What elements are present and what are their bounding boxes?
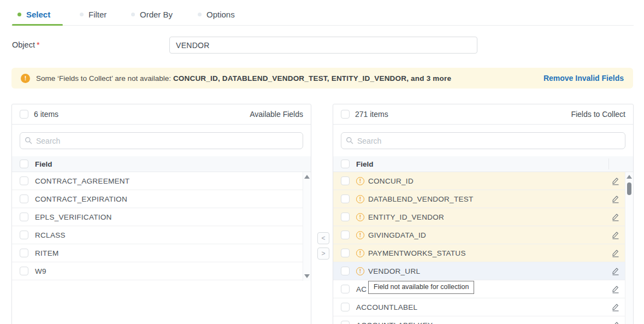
row-checkbox[interactable] xyxy=(341,176,350,185)
tab-options[interactable]: Options xyxy=(198,10,235,19)
field-column-header: Field xyxy=(35,160,52,168)
banner-message-prefix: Some ‘Fields to Collect’ are not availab… xyxy=(36,74,173,83)
available-scrollbar[interactable] xyxy=(303,172,311,281)
field-name: CONTRACT_AGREEMENT xyxy=(35,177,129,185)
field-name: EPLS_VERIFICATION xyxy=(35,213,112,221)
field-warning-icon xyxy=(356,249,364,257)
header-checkbox[interactable] xyxy=(20,160,28,168)
field-unavailable-tooltip: Field not available for collection xyxy=(368,281,474,294)
field-name: CONTRACT_EXPIRATION xyxy=(35,195,127,203)
available-rows: CONTRACT_AGREEMENT CONTRACT_EXPIRATION E… xyxy=(12,172,303,280)
field-row[interactable]: RITEM xyxy=(12,244,303,262)
available-search-area xyxy=(12,125,311,156)
field-row[interactable]: CONTRACT_AGREEMENT xyxy=(12,172,303,190)
scroll-down-icon[interactable] xyxy=(304,274,310,278)
select-all-checkbox[interactable] xyxy=(341,110,350,119)
collect-table-header: Field xyxy=(333,156,633,172)
scrollbar-thumb[interactable] xyxy=(627,182,631,195)
tab-dot-icon xyxy=(131,13,135,16)
row-checkbox[interactable] xyxy=(341,213,350,221)
row-checkbox[interactable] xyxy=(20,195,28,203)
row-checkbox[interactable] xyxy=(341,231,350,239)
row-checkbox[interactable] xyxy=(20,213,28,221)
edit-field-icon[interactable] xyxy=(611,249,620,257)
field-row[interactable]: ACCOUNTLABEL xyxy=(333,298,625,316)
banner-invalid-fields: CONCUR_ID, DATABLEND_VENDOR_TEST, ENTITY… xyxy=(173,74,451,83)
tab-filter[interactable]: Filter xyxy=(80,10,107,19)
tab-active-dot-icon xyxy=(17,13,21,16)
row-checkbox[interactable] xyxy=(20,249,28,257)
row-checkbox[interactable] xyxy=(341,267,350,275)
row-checkbox[interactable] xyxy=(20,176,28,185)
header-checkbox[interactable] xyxy=(341,160,350,168)
field-name: VENDOR_URL xyxy=(368,267,420,275)
tab-label: Filter xyxy=(88,10,107,19)
row-checkbox[interactable] xyxy=(341,321,350,324)
object-input[interactable] xyxy=(169,37,477,54)
field-row[interactable]: ACCOUNTLABELKEY xyxy=(333,316,625,324)
tab-dot-icon xyxy=(80,13,84,16)
field-warning-icon xyxy=(356,213,364,221)
scroll-up-icon[interactable] xyxy=(304,175,310,179)
row-checkbox[interactable] xyxy=(341,285,350,293)
move-to-collect-button[interactable]: > xyxy=(317,248,329,260)
scroll-up-icon[interactable] xyxy=(627,175,632,179)
field-name: RITEM xyxy=(35,249,59,257)
field-warning-icon xyxy=(356,177,364,185)
edit-field-icon[interactable] xyxy=(611,267,620,275)
search-input[interactable] xyxy=(341,132,625,149)
field-row[interactable]: DATABLEND_VENDOR_TEST xyxy=(333,190,625,208)
field-row[interactable]: GIVINGDATA_ID xyxy=(333,226,625,244)
panel-title: Fields to Collect xyxy=(571,110,625,119)
row-checkbox[interactable] xyxy=(20,267,28,275)
field-name: AC xyxy=(356,285,367,293)
edit-field-icon[interactable] xyxy=(611,176,620,185)
edit-field-icon[interactable] xyxy=(611,231,620,239)
tab-dot-icon xyxy=(198,13,202,16)
item-count: 271 items xyxy=(355,110,388,119)
field-name: PAYMENTWORKS_STATUS xyxy=(368,249,466,257)
collect-panel-header: 271 items Fields to Collect xyxy=(333,104,633,125)
invalid-fields-banner: Some ‘Fields to Collect’ are not availab… xyxy=(11,68,633,89)
field-name: GIVINGDATA_ID xyxy=(368,231,426,239)
collect-search-area xyxy=(333,125,633,156)
step-tabbar: Select Filter Order By Options xyxy=(0,0,644,26)
row-checkbox[interactable] xyxy=(341,303,350,311)
remove-invalid-fields-button[interactable]: Remove Invalid Fields xyxy=(543,74,624,83)
row-checkbox[interactable] xyxy=(20,231,28,239)
select-all-checkbox[interactable] xyxy=(20,110,28,119)
collect-scrollbar[interactable] xyxy=(625,172,633,324)
field-row[interactable]: ENTITY_ID_VENDOR xyxy=(333,208,625,226)
required-asterisk: * xyxy=(37,40,40,49)
field-row[interactable]: CONCUR_ID xyxy=(333,172,625,190)
field-name: ACCOUNTLABEL xyxy=(356,303,417,311)
edit-field-icon[interactable] xyxy=(611,285,620,293)
field-row[interactable]: W9 xyxy=(12,262,303,280)
edit-field-icon[interactable] xyxy=(611,303,620,311)
banner-message: Some ‘Fields to Collect’ are not availab… xyxy=(36,74,451,83)
row-checkbox[interactable] xyxy=(341,249,350,257)
field-row[interactable]: EPLS_VERIFICATION xyxy=(12,208,303,226)
row-checkbox[interactable] xyxy=(341,195,350,203)
field-row[interactable]: VENDOR_URL xyxy=(333,262,625,280)
search-icon xyxy=(346,137,353,144)
edit-field-icon[interactable] xyxy=(611,321,620,324)
field-name: DATABLEND_VENDOR_TEST xyxy=(368,195,474,203)
field-row[interactable]: RCLASS xyxy=(12,226,303,244)
field-name: RCLASS xyxy=(35,231,66,239)
item-count: 6 items xyxy=(34,110,58,119)
field-name: ENTITY_ID_VENDOR xyxy=(368,213,444,221)
field-name: W9 xyxy=(35,267,46,275)
tab-order-by[interactable]: Order By xyxy=(131,10,173,19)
tabbar-divider xyxy=(11,25,634,26)
field-row[interactable]: PAYMENTWORKS_STATUS xyxy=(333,244,625,262)
field-name: CONCUR_ID xyxy=(368,177,413,185)
tab-label: Select xyxy=(26,10,50,19)
move-to-available-button[interactable]: < xyxy=(317,232,329,244)
field-row[interactable]: CONTRACT_EXPIRATION xyxy=(12,190,303,208)
edit-field-icon[interactable] xyxy=(611,195,620,203)
edit-field-icon[interactable] xyxy=(611,213,620,221)
search-input[interactable] xyxy=(20,132,303,149)
tab-select[interactable]: Select xyxy=(17,10,50,19)
object-label-text: Object xyxy=(12,40,35,49)
